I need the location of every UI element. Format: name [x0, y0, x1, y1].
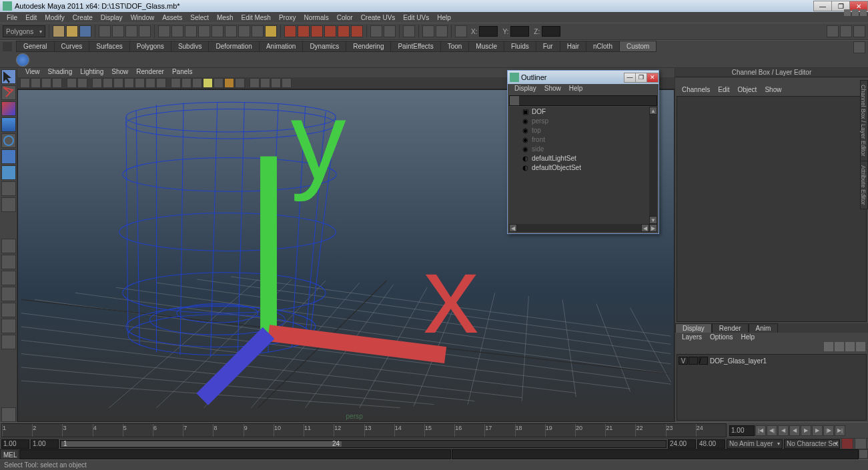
- rp-icon-1[interactable]: [844, 9, 851, 16]
- menu-create-uvs[interactable]: Create UVs: [357, 13, 400, 22]
- vp-camera-select-button[interactable]: [20, 78, 30, 88]
- auto-key-button[interactable]: [841, 438, 853, 450]
- vp-ao-button[interactable]: [282, 78, 292, 88]
- outliner-minimize-button[interactable]: —: [624, 73, 636, 83]
- menu-assets[interactable]: Assets: [158, 13, 186, 22]
- shelf-tab-animation[interactable]: Animation: [259, 41, 303, 52]
- channel-box-toggle-button[interactable]: [853, 25, 865, 37]
- select-hierarchy-button[interactable]: [99, 25, 111, 37]
- layout-four-button[interactable]: [1, 255, 16, 269]
- playback-start-input[interactable]: 1.00: [31, 439, 59, 449]
- vp-textured-button[interactable]: [192, 78, 202, 88]
- render-settings-button[interactable]: [436, 25, 448, 37]
- shelf-tab-polygons[interactable]: Polygons: [129, 41, 171, 52]
- snap-plane-button[interactable]: [324, 25, 336, 37]
- layout-two-stacked-button[interactable]: [1, 287, 16, 301]
- scroll-left-button[interactable]: ◀: [509, 224, 517, 232]
- menu-proxy[interactable]: Proxy: [275, 13, 300, 22]
- layer-btn-3[interactable]: [845, 342, 855, 351]
- vp-xray-button[interactable]: [260, 78, 270, 88]
- vp-grease-button[interactable]: [77, 78, 87, 88]
- outliner-menu-help[interactable]: Help: [565, 84, 587, 95]
- mask-uv-button[interactable]: [198, 25, 210, 37]
- layer-tab-display[interactable]: Display: [675, 323, 712, 333]
- menu-edit[interactable]: Edit: [21, 13, 41, 22]
- mask-pivot-button[interactable]: [225, 25, 237, 37]
- layer-menu-layers[interactable]: Layers: [678, 333, 706, 342]
- outliner-menu-display[interactable]: Display: [510, 84, 540, 95]
- shelf-item-sphere[interactable]: [16, 53, 29, 67]
- character-set-dropdown[interactable]: No Character Set: [784, 439, 840, 449]
- vp-shadows-button[interactable]: [213, 78, 224, 88]
- shelf-tab-deformation[interactable]: Deformation: [208, 41, 259, 52]
- vp-camera-attr-button[interactable]: [31, 78, 41, 88]
- shelf-tab-toon[interactable]: Toon: [440, 41, 470, 52]
- save-scene-button[interactable]: [79, 25, 91, 37]
- last-tool-button[interactable]: [1, 407, 16, 422]
- snap-curve-button[interactable]: [298, 25, 310, 37]
- universal-manip-tool[interactable]: [1, 165, 16, 180]
- mask-face-button[interactable]: [185, 25, 197, 37]
- scroll-right-button[interactable]: ◀: [641, 224, 649, 232]
- snap-grid-button[interactable]: [284, 25, 296, 37]
- shelf-tab-general[interactable]: General: [16, 41, 55, 52]
- shelf-tab-painteffects[interactable]: PaintEffects: [390, 41, 440, 52]
- vp-field-chart-button[interactable]: [135, 78, 145, 88]
- layer-menu-help[interactable]: Help: [737, 333, 759, 342]
- anim-layer-dropdown[interactable]: No Anim Layer: [727, 439, 783, 449]
- layout-three-button[interactable]: [1, 303, 16, 317]
- playback-prefs-button[interactable]: [855, 438, 867, 450]
- vp-menu-shading[interactable]: Shading: [44, 68, 77, 77]
- scroll-right-button-2[interactable]: ▶: [649, 224, 657, 232]
- vp-menu-show[interactable]: Show: [107, 68, 132, 77]
- playback-end-input[interactable]: 24.00: [668, 439, 696, 449]
- vp-resolution-gate-button[interactable]: [113, 78, 123, 88]
- attribute-editor-toggle-button[interactable]: [827, 25, 839, 37]
- snap-live-button[interactable]: [338, 25, 350, 37]
- vp-xray-joints-button[interactable]: [271, 78, 281, 88]
- layer-playback-toggle[interactable]: [689, 357, 698, 365]
- menu-normals[interactable]: Normals: [300, 13, 333, 22]
- paint-select-tool[interactable]: [1, 101, 16, 116]
- layout-single-button[interactable]: [1, 239, 16, 253]
- mel-label[interactable]: MEL: [0, 449, 19, 459]
- scale-tool[interactable]: [1, 149, 16, 164]
- module-dropdown[interactable]: Polygons: [3, 25, 45, 37]
- rp-icon-3[interactable]: [860, 9, 867, 16]
- outliner-maximize-button[interactable]: ❐: [635, 73, 647, 83]
- inputs-button[interactable]: [384, 25, 396, 37]
- menu-modify[interactable]: Modify: [41, 13, 68, 22]
- outliner-titlebar[interactable]: Outliner — ❐ ✕: [508, 71, 659, 84]
- outliner-item-side[interactable]: ◉side: [509, 144, 657, 153]
- layer-btn-4[interactable]: [856, 342, 865, 351]
- menu-color[interactable]: Color: [333, 13, 357, 22]
- menu-window[interactable]: Window: [127, 13, 159, 22]
- outliner-window[interactable]: Outliner — ❐ ✕ Display Show Help ▣DOF ◉p…: [507, 70, 659, 234]
- x-input[interactable]: [479, 26, 498, 37]
- ipr-render-button[interactable]: [422, 25, 434, 37]
- shelf-tab-ncloth[interactable]: nCloth: [586, 41, 620, 52]
- shelf-tab-rendering[interactable]: Rendering: [346, 41, 391, 52]
- vp-2d-pan-button[interactable]: [67, 78, 77, 88]
- shelf-tab-dynamics[interactable]: Dynamics: [302, 41, 346, 52]
- move-tool[interactable]: [1, 117, 16, 132]
- rp-tab-channels[interactable]: Channels: [678, 85, 714, 95]
- menu-file[interactable]: File: [3, 13, 21, 22]
- layer-menu-options[interactable]: Options: [706, 333, 737, 342]
- snap-view-button[interactable]: [351, 25, 363, 37]
- mask-line-button[interactable]: [252, 25, 264, 37]
- rp-tab-show[interactable]: Show: [761, 85, 785, 95]
- vp-smooth-shade-button[interactable]: [181, 78, 191, 88]
- shelf-tab-subdivs[interactable]: Subdivs: [171, 41, 209, 52]
- outliner-vscrollbar[interactable]: ▲ ▼: [649, 107, 657, 224]
- shelf-tab-hair[interactable]: Hair: [560, 41, 586, 52]
- anim-start-input[interactable]: 1.00: [1, 439, 29, 449]
- new-scene-button[interactable]: [53, 25, 65, 37]
- outliner-item-dof[interactable]: ▣DOF: [509, 107, 657, 116]
- tool-settings-toggle-button[interactable]: [840, 25, 852, 37]
- current-time-input[interactable]: 1.00: [729, 425, 755, 436]
- vp-isolate-button[interactable]: [250, 78, 260, 88]
- layer-btn-2[interactable]: [835, 342, 844, 351]
- layer-btn-1[interactable]: [824, 342, 833, 351]
- layer-tab-render[interactable]: Render: [712, 323, 749, 333]
